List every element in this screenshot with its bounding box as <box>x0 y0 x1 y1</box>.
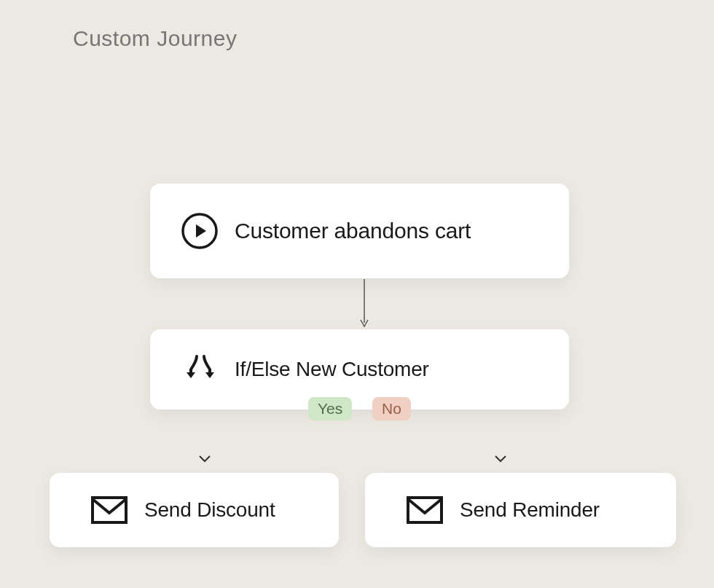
branch-no-label: Send Reminder <box>460 498 600 522</box>
play-circle-icon <box>181 212 219 250</box>
svg-rect-2 <box>93 498 126 522</box>
trigger-node[interactable]: Customer abandons cart <box>150 184 569 278</box>
branch-yes-label: Send Discount <box>144 498 275 522</box>
email-icon <box>406 495 444 525</box>
trigger-label: Customer abandons cart <box>235 219 471 243</box>
branch-yes-node[interactable]: Send Discount <box>50 473 339 547</box>
chevron-down-icon <box>198 453 211 466</box>
condition-node[interactable]: If/Else New Customer <box>150 329 569 409</box>
arrow-down-icon <box>359 279 369 332</box>
chevron-down-icon <box>494 453 507 466</box>
svg-rect-3 <box>408 498 442 522</box>
page-title: Custom Journey <box>73 26 237 51</box>
no-badge: No <box>372 397 411 420</box>
branch-split-icon <box>184 353 219 385</box>
yes-badge: Yes <box>308 397 352 420</box>
branch-no-node[interactable]: Send Reminder <box>365 473 676 547</box>
condition-label: If/Else New Customer <box>235 358 429 381</box>
email-icon <box>90 495 128 525</box>
